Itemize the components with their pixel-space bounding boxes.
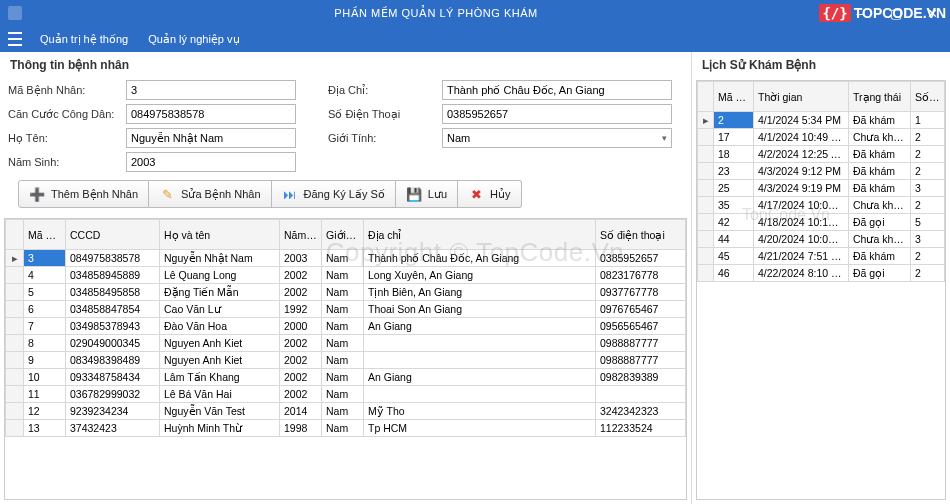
table-row[interactable]: 1337432423Huỳnh Minh Thừ1998NamTp HCM112…	[6, 420, 686, 437]
col-id[interactable]: Mã Bệnh Nhân	[24, 220, 66, 250]
col-name[interactable]: Họ và tên	[160, 220, 280, 250]
table-row[interactable]: 184/2/2024 12:25 AMĐã khám2	[698, 146, 945, 163]
table-row[interactable]: 9083498398489Nguyen Anh Kiet2002Nam09888…	[6, 352, 686, 369]
input-cccd[interactable]	[126, 104, 296, 124]
patient-info-title: Thông tin bệnh nhân	[0, 52, 691, 78]
chevron-down-icon: ▾	[662, 133, 667, 143]
history-title: Lịch Sử Khám Bệnh	[692, 52, 950, 78]
menu-system[interactable]: Quản trị hệ thống	[30, 33, 138, 46]
label-gender: Giới Tính:	[304, 132, 434, 145]
col-addr[interactable]: Địa chỉ	[364, 220, 596, 250]
window-title: PHẦN MỀM QUẢN LÝ PHÒNG KHÁM	[30, 7, 842, 20]
label-cccd: Căn Cước Công Dân:	[8, 108, 118, 121]
label-name: Họ Tên:	[8, 132, 118, 145]
save-button[interactable]: 💾 Lưu	[396, 180, 458, 208]
table-row[interactable]: 464/22/2024 8:10 PMĐã gọi2	[698, 265, 945, 282]
forward-icon: ⏭	[282, 186, 298, 202]
table-row[interactable]: 4034858945889Lê Quang Long2002NamLong Xu…	[6, 267, 686, 284]
hcol-time[interactable]: Thời gian	[754, 82, 849, 112]
menu-bar: Quản trị hệ thống Quản lý nghiệp vụ	[0, 26, 950, 52]
table-row[interactable]: 424/18/2024 10:19 PMĐã gọi5	[698, 214, 945, 231]
table-row[interactable]: 8029049000345Nguyen Anh Kiet2002Nam09888…	[6, 335, 686, 352]
table-row[interactable]: 454/21/2024 7:51 PMĐã khám2	[698, 248, 945, 265]
hamburger-icon[interactable]	[8, 32, 22, 46]
col-birth[interactable]: Năm sinh	[280, 220, 322, 250]
table-row[interactable]: 174/1/2024 10:49 PMChưa khám2	[698, 129, 945, 146]
table-row[interactable]: 254/3/2024 9:19 PMĐã khám3	[698, 180, 945, 197]
input-phone[interactable]	[442, 104, 672, 124]
table-row[interactable]: ▸3084975838578Nguyễn Nhật Nam2003NamThàn…	[6, 250, 686, 267]
table-row[interactable]: 6034858847854Cao Văn Lư1992NamThoai Son …	[6, 301, 686, 318]
input-addr[interactable]	[442, 80, 672, 100]
input-id[interactable]	[126, 80, 296, 100]
table-row[interactable]: 234/3/2024 9:12 PMĐã khám2	[698, 163, 945, 180]
history-grid[interactable]: Mã Khám Bệnh Thời gian Trạng thái Số thứ…	[696, 80, 946, 500]
hcol-id[interactable]: Mã Khám Bệnh	[714, 82, 754, 112]
input-name[interactable]	[126, 128, 296, 148]
register-button[interactable]: ⏭ Đăng Ký Lấy Số	[272, 180, 396, 208]
col-phone[interactable]: Số điện thoại	[596, 220, 686, 250]
patients-grid[interactable]: Mã Bệnh Nhân CCCD Họ và tên Năm sinh Giớ…	[4, 218, 687, 500]
cancel-button[interactable]: ✖ Hủy	[458, 180, 521, 208]
save-icon: 💾	[406, 186, 422, 202]
patient-form: Mã Bệnh Nhân: Địa Chỉ: Căn Cước Công Dân…	[0, 78, 691, 216]
edit-icon: ✎	[159, 186, 175, 202]
table-row[interactable]: 10093348758434Lâm Tấn Khang2002NamAn Gia…	[6, 369, 686, 386]
title-bar: PHẦN MỀM QUẢN LÝ PHÒNG KHÁM – ▢ ✕	[0, 0, 950, 26]
col-cccd[interactable]: CCCD	[66, 220, 160, 250]
label-addr: Địa Chỉ:	[304, 84, 434, 97]
menu-business[interactable]: Quản lý nghiệp vụ	[138, 33, 249, 46]
input-birth[interactable]	[126, 152, 296, 172]
topcode-logo: {/}TOPCODE.VN	[819, 4, 946, 22]
table-row[interactable]: 444/20/2024 10:03 PMChưa khám3	[698, 231, 945, 248]
table-row[interactable]: 354/17/2024 10:03 PMChưa khám2	[698, 197, 945, 214]
edit-patient-button[interactable]: ✎ Sửa Bệnh Nhân	[149, 180, 271, 208]
label-id: Mã Bệnh Nhân:	[8, 84, 118, 97]
table-row[interactable]: 129239234234Nguyễn Văn Test2014NamMỹ Tho…	[6, 403, 686, 420]
plus-icon: ➕	[29, 186, 45, 202]
table-row[interactable]: 5034858495858Đặng Tiến Mẫn2002NamTịnh Bi…	[6, 284, 686, 301]
col-gender[interactable]: Giới tính	[322, 220, 364, 250]
app-icon	[8, 6, 22, 20]
table-row[interactable]: 7034985378943Đào Văn Hoa2000NamAn Giang0…	[6, 318, 686, 335]
add-patient-button[interactable]: ➕ Thêm Bệnh Nhân	[18, 180, 149, 208]
table-row[interactable]: 11036782999032Lê Bá Văn Hai2002Nam	[6, 386, 686, 403]
hcol-order[interactable]: Số thứ tự	[911, 82, 945, 112]
label-birth: Năm Sinh:	[8, 156, 118, 168]
hcol-status[interactable]: Trạng thái	[849, 82, 911, 112]
combo-gender[interactable]: Nam ▾	[442, 128, 672, 148]
button-bar: ➕ Thêm Bệnh Nhân ✎ Sửa Bệnh Nhân ⏭ Đăng …	[18, 180, 683, 208]
cancel-icon: ✖	[468, 186, 484, 202]
combo-gender-value: Nam	[447, 132, 470, 144]
label-phone: Số Điện Thoại	[304, 108, 434, 121]
table-row[interactable]: ▸24/1/2024 5:34 PMĐã khám1	[698, 112, 945, 129]
